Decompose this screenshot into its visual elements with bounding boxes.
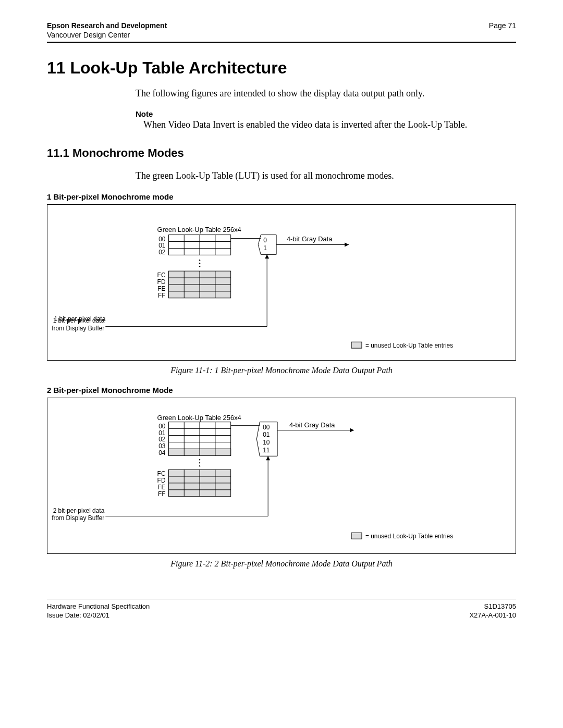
svg-point-9 [199, 260, 200, 261]
lut-top-rows: 00 01 02 03 04 [158, 422, 230, 457]
header-org: Epson Research and Development [47, 21, 167, 30]
svg-marker-23 [258, 235, 276, 255]
svg-text:02: 02 [158, 436, 166, 443]
svg-text:00: 00 [158, 236, 166, 243]
page-header: Epson Research and Development Vancouver… [47, 21, 516, 40]
svg-text:FC: FC [157, 470, 166, 477]
figure-2: Green Look-Up Table 256x4 00 01 02 03 04 [47, 398, 516, 554]
svg-text:FE: FE [157, 484, 165, 491]
footer-right-2: X27A-A-001-10 [469, 611, 516, 619]
intro-paragraph: The following figures are intended to sh… [136, 87, 516, 100]
svg-text:1 bit-per-pixel data: 1 bit-per-pixel data [53, 317, 105, 325]
footer-left-1: Hardware Functional Specification [47, 602, 150, 610]
figure-1: Green Look-Up Table 256x4 00 01 02 FC FD… [47, 204, 516, 361]
svg-text:FD: FD [157, 278, 166, 286]
svg-text:from Display Buffer: from Display Buffer [52, 515, 104, 522]
svg-text:10: 10 [263, 439, 270, 447]
fig2-caption: Figure 11-2: 2 Bit-per-pixel Monochrome … [47, 559, 516, 569]
svg-text:2 bit-per-pixel data: 2 bit-per-pixel data [53, 507, 105, 514]
svg-point-11 [199, 266, 200, 267]
legend-swatch [351, 533, 362, 539]
out-label: 4-bit Gray Data [287, 235, 333, 243]
footer-right-1: S1D13705 [484, 602, 516, 610]
svg-marker-30 [265, 255, 269, 259]
legend-swatch [351, 342, 362, 348]
svg-marker-28 [345, 243, 349, 247]
subsection-heading: 11.1 Monochrome Modes [47, 146, 516, 160]
footer-left-2: Issue Date: 02/02/01 [47, 611, 109, 619]
svg-text:04: 04 [158, 450, 166, 457]
lut-bottom-rows: FC FD FE FF [157, 271, 231, 299]
svg-marker-70 [350, 428, 354, 433]
subsection-body: The green Look-Up Table (LUT) is used fo… [136, 169, 516, 182]
mux: 00 01 10 11 [256, 422, 277, 456]
page-footer: Hardware Functional Specification Issue … [47, 602, 516, 620]
svg-text:1: 1 [263, 245, 267, 252]
svg-text:00: 00 [263, 424, 270, 431]
page-number: Page 71 [489, 21, 516, 40]
footer-rule [47, 599, 516, 599]
svg-text:02: 02 [158, 249, 166, 256]
fig2-subhead: 2 Bit-per-pixel Monochrome Mode [47, 386, 516, 394]
svg-text:01: 01 [263, 431, 270, 439]
svg-point-51 [199, 465, 200, 466]
lut-top-rows: 00 01 02 [158, 235, 230, 256]
svg-text:11: 11 [263, 447, 270, 454]
svg-text:FC: FC [157, 272, 166, 279]
mux: 0 1 [258, 235, 276, 255]
svg-point-49 [199, 459, 200, 460]
svg-marker-72 [266, 456, 270, 461]
fig1-caption: Figure 11-1: 1 Bit-per-pixel Monochrome … [47, 366, 516, 375]
out-label: 4-bit Gray Data [289, 421, 335, 429]
svg-text:FE: FE [157, 285, 165, 292]
svg-text:03: 03 [158, 443, 166, 450]
header-dept: Vancouver Design Center [47, 31, 130, 39]
note-label: Note [136, 109, 516, 118]
svg-text:0: 0 [263, 237, 267, 244]
note-body: When Video Data Invert is enabled the vi… [143, 118, 516, 131]
fig1-subhead: 1 Bit-per-pixel Monochrome mode [47, 192, 516, 201]
lut-bottom-rows: FC FD FE FF [157, 470, 231, 498]
svg-text:01: 01 [158, 429, 166, 437]
section-heading: 11 Look-Up Table Architecture [47, 58, 516, 78]
svg-text:01: 01 [158, 242, 166, 250]
svg-text:00: 00 [158, 423, 166, 430]
svg-text:from Display Buffer: from Display Buffer [52, 325, 104, 332]
svg-text:FD: FD [157, 477, 166, 484]
lut-title: Green Look-Up Table 256x4 [157, 414, 241, 422]
svg-text:FF: FF [158, 292, 166, 299]
header-rule [47, 42, 516, 43]
svg-point-10 [199, 263, 200, 264]
svg-text:FF: FF [158, 490, 166, 498]
legend-text: = unused Look-Up Table entries [365, 533, 453, 540]
lut-title: Green Look-Up Table 256x4 [157, 226, 241, 233]
svg-point-50 [199, 462, 200, 463]
legend-text: = unused Look-Up Table entries [365, 342, 453, 349]
